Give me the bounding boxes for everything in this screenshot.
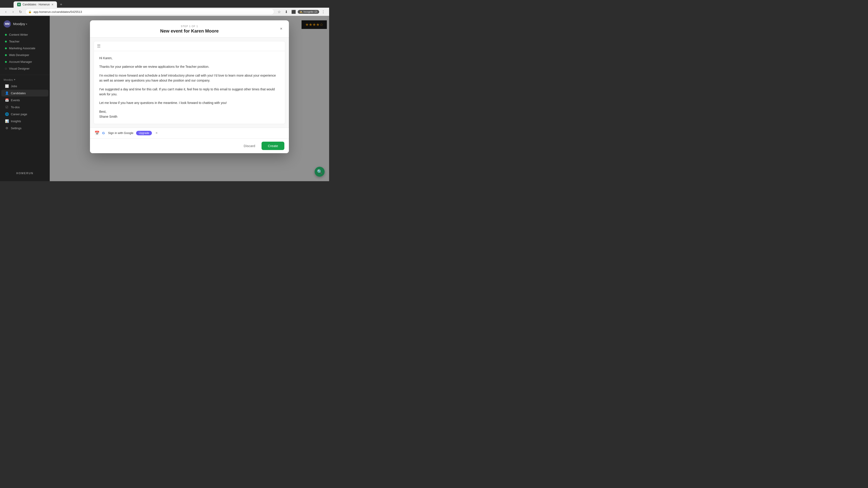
incognito-label: Incognito (2) <box>304 10 317 13</box>
chart-icon: 📊 <box>5 119 8 123</box>
sidebar-item-label: Visual Designer <box>9 67 30 70</box>
google-g-icon: G <box>102 131 106 135</box>
modal-body: ☰ Hi Karen, Thanks for your patience whi… <box>90 37 289 128</box>
tab-close-button[interactable]: × <box>52 3 53 6</box>
gear-icon: ⚙ <box>5 126 8 130</box>
modal-actions: Discard Create <box>90 138 289 153</box>
modal-backdrop: STEP 1 OF 1 New event for Karen Moore × … <box>50 16 329 181</box>
email-container: ☰ Hi Karen, Thanks for your patience whi… <box>94 41 285 124</box>
forward-button[interactable]: › <box>10 8 16 15</box>
inactive-dot-icon <box>5 68 7 70</box>
sidebar-item-label: Settings <box>11 127 22 130</box>
email-paragraph-2: I'm excited to move forward and schedule… <box>99 73 280 83</box>
active-tab[interactable]: H Candidates · Homerun × <box>13 1 57 8</box>
calendar-icon: 📅 <box>5 98 8 102</box>
sidebar-item-label: Events <box>11 98 20 102</box>
sidebar-item-label: Candidates <box>11 92 26 95</box>
sidebar-item-label: Web Developer <box>9 53 29 57</box>
calendar-small-icon: 📅 <box>94 131 99 135</box>
email-paragraph-4: Let me know if you have any questions in… <box>99 100 280 105</box>
refresh-button[interactable]: ↻ <box>17 8 24 15</box>
tab-favicon: H <box>17 3 21 6</box>
back-button[interactable]: ‹ <box>3 8 9 15</box>
email-toolbar: ☰ <box>94 41 285 51</box>
sidebar-item-candidates[interactable]: 👤 Candidates <box>1 90 49 96</box>
discard-button[interactable]: Discard <box>240 142 259 150</box>
modal-footer: 📅 G Sign in with Google Upgrade × Discar… <box>90 128 289 153</box>
new-event-modal: STEP 1 OF 1 New event for Karen Moore × … <box>90 20 289 153</box>
active-dot-icon <box>5 47 7 49</box>
sidebar-item-web-developer[interactable]: Web Developer <box>1 52 49 58</box>
sidebar-section-label: Moodjoy ▾ <box>0 77 50 83</box>
sidebar-item-todos[interactable]: ☑ To-dos <box>1 104 49 110</box>
sidebar-item-content-writer[interactable]: Content Writer <box>1 31 49 38</box>
active-dot-icon <box>5 34 7 36</box>
sidebar-item-events[interactable]: 📅 Events <box>1 97 49 103</box>
google-signin[interactable]: G Sign in with Google <box>102 131 133 135</box>
calendar-section: 📅 G Sign in with Google Upgrade × <box>90 128 289 138</box>
sidebar-item-label: Marketing Associate <box>9 46 35 50</box>
menu-button[interactable]: ⋮ <box>320 8 327 15</box>
browser-actions: ☆ ⬇ ⬛ 🕵 Incognito (2) ⋮ <box>276 8 327 15</box>
sidebar-divider <box>0 75 50 75</box>
lock-icon: 🔒 <box>28 10 32 13</box>
download-button[interactable]: ⬇ <box>283 8 289 15</box>
sidebar: MM Moodjoy ▾ Content Writer Teacher Mark… <box>0 16 50 181</box>
new-tab-button[interactable]: + <box>58 1 64 8</box>
email-greeting: Hi Karen, <box>99 56 280 61</box>
company-name[interactable]: Moodjoy ▾ <box>13 22 27 26</box>
sidebar-item-insights[interactable]: 📊 Insights <box>1 118 49 125</box>
sidebar-item-teacher[interactable]: Teacher <box>1 38 49 45</box>
modal-title: New event for Karen Moore <box>95 29 283 34</box>
briefcase-icon: ⬜ <box>5 84 8 88</box>
check-square-icon: ☑ <box>5 105 8 109</box>
sidebar-header: MM Moodjoy ▾ <box>0 19 50 29</box>
chat-support-button[interactable]: 🔍 <box>315 167 324 177</box>
active-dot-icon <box>5 54 7 56</box>
upgrade-badge[interactable]: Upgrade <box>136 131 152 135</box>
sidebar-item-label: Content Writer <box>9 33 28 36</box>
sidebar-item-label: To-dos <box>11 105 20 109</box>
chevron-down-icon: ▾ <box>14 78 16 81</box>
url-text: app.homerun.co/candidates/5425513 <box>33 10 82 13</box>
sidebar-item-visual-designer[interactable]: Visual Designer <box>1 65 49 72</box>
modal-header: STEP 1 OF 1 New event for Karen Moore × <box>90 20 289 37</box>
tab-bar: H Candidates · Homerun × + <box>0 0 329 8</box>
create-button[interactable]: Create <box>261 142 284 150</box>
tab-title: Candidates · Homerun <box>23 3 50 6</box>
active-dot-icon <box>5 41 7 42</box>
sidebar-item-label: Teacher <box>9 40 20 43</box>
content-area: ★★★★☆ STEP 1 OF 1 New event for Karen Mo… <box>50 16 329 181</box>
calendar-close-button[interactable]: × <box>156 131 158 135</box>
sidebar-item-label: Insights <box>11 120 21 123</box>
modal-close-button[interactable]: × <box>278 26 284 32</box>
modal-step-label: STEP 1 OF 1 <box>95 25 283 28</box>
sidebar-item-label: Career page <box>11 112 27 116</box>
job-list-section: Content Writer Teacher Marketing Associa… <box>0 31 50 72</box>
email-body: Hi Karen, Thanks for your patience while… <box>94 51 285 124</box>
company-dropdown-icon: ▾ <box>26 23 27 25</box>
hamburger-icon: ☰ <box>97 43 101 48</box>
sidebar-item-marketing-associate[interactable]: Marketing Associate <box>1 45 49 52</box>
nav-section: ⬜ Jobs 👤 Candidates 📅 Events ☑ To-dos 🌐 … <box>0 83 50 132</box>
sidebar-item-account-manager[interactable]: Account Manager <box>1 59 49 65</box>
address-bar-row: ‹ › ↻ 🔒 app.homerun.co/candidates/542551… <box>0 8 329 16</box>
sidebar-item-label: Jobs <box>11 85 17 88</box>
main-area: MM Moodjoy ▾ Content Writer Teacher Mark… <box>0 16 329 181</box>
sidebar-item-label: Account Manager <box>9 60 32 64</box>
sidebar-item-jobs[interactable]: ⬜ Jobs <box>1 83 49 90</box>
sidebar-item-career-page[interactable]: 🌐 Career page <box>1 111 49 118</box>
email-paragraph-3: I've suggested a day and time for this c… <box>99 87 280 97</box>
extensions-button[interactable]: ⬛ <box>290 8 297 15</box>
person-icon: 👤 <box>5 91 8 95</box>
incognito-icon: 🕵 <box>300 10 303 13</box>
email-sign-off: Best, Shane Smith <box>99 109 280 119</box>
nav-buttons: ‹ › ↻ <box>3 8 24 15</box>
homerun-logo: HOMERUN <box>0 168 50 178</box>
address-bar[interactable]: 🔒 app.homerun.co/candidates/5425513 <box>25 8 274 15</box>
bookmark-button[interactable]: ☆ <box>276 8 282 15</box>
avatar: MM <box>4 20 11 28</box>
email-paragraph-1: Thanks for your patience while we review… <box>99 64 280 69</box>
google-signin-label: Sign in with Google <box>108 131 133 135</box>
sidebar-item-settings[interactable]: ⚙ Settings <box>1 125 49 131</box>
